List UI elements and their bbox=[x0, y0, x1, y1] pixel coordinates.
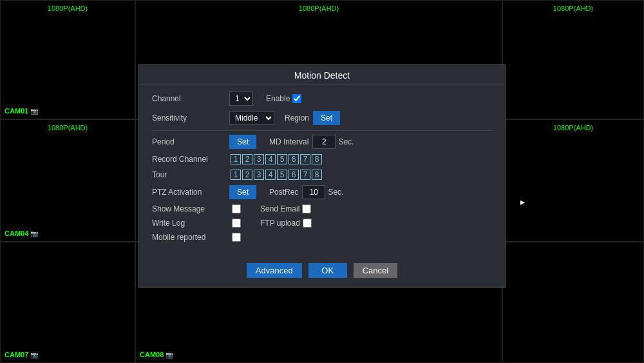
advanced-button[interactable]: Advanced bbox=[247, 263, 302, 278]
cam04-cell: 1080P(AHD) CAM04 📷 bbox=[0, 119, 135, 242]
mobile-reported-label: Mobile reported bbox=[152, 233, 229, 242]
tour-row: Tour 1 2 3 4 5 6 7 8 bbox=[152, 170, 492, 180]
sensitivity-select[interactable]: Middle Low High bbox=[229, 111, 274, 125]
record-channel-row: Record Channel 1 2 3 4 5 6 7 8 bbox=[152, 154, 492, 164]
cam07-label: CAM07 📷 bbox=[5, 351, 38, 358]
send-email-checkbox[interactable] bbox=[302, 204, 311, 213]
region-label: Region bbox=[285, 113, 309, 123]
channel-row: Channel 1 Enable bbox=[152, 92, 492, 106]
cam-right-bot-cell bbox=[502, 242, 644, 363]
mobile-reported-row: Mobile reported bbox=[152, 233, 492, 242]
postrec-input[interactable] bbox=[302, 185, 325, 199]
tour-num-2[interactable]: 2 bbox=[242, 170, 252, 180]
sensitivity-row: Sensitivity Middle Low High Region Set bbox=[152, 111, 492, 125]
rc-num-3[interactable]: 3 bbox=[254, 154, 264, 164]
write-log-checkbox[interactable] bbox=[232, 219, 241, 228]
record-channel-label: Record Channel bbox=[152, 155, 229, 164]
cam-right-top-cell: 1080P(AHD) bbox=[502, 0, 644, 119]
cam07-icon: 📷 bbox=[30, 351, 38, 358]
md-interval-label: MD Interval bbox=[269, 137, 308, 146]
modal-footer: Advanced OK Cancel bbox=[139, 257, 505, 287]
modal-title: Motion Detect bbox=[139, 65, 505, 85]
tour-num-1[interactable]: 1 bbox=[231, 170, 241, 180]
cam04-icon: 📷 bbox=[30, 230, 38, 237]
write-log-label: Write Log bbox=[152, 219, 229, 228]
cam01-label: CAM01 📷 bbox=[5, 107, 38, 115]
md-interval-input[interactable] bbox=[312, 135, 336, 149]
ptz-label: PTZ Activation bbox=[152, 188, 229, 197]
period-label: Period bbox=[152, 137, 229, 146]
md-sec-label: Sec. bbox=[338, 137, 354, 146]
rc-num-4[interactable]: 4 bbox=[265, 154, 276, 164]
mobile-reported-checkbox[interactable] bbox=[232, 233, 241, 242]
rc-num-1[interactable]: 1 bbox=[231, 154, 241, 164]
cam04-res: 1080P(AHD) bbox=[48, 124, 88, 132]
modal-body: Channel 1 Enable Sensitivity Middle Low … bbox=[139, 85, 505, 257]
tour-num-8[interactable]: 8 bbox=[312, 170, 322, 180]
record-channel-nums: 1 2 3 4 5 6 7 8 bbox=[231, 154, 322, 164]
ptz-set-button[interactable]: Set bbox=[229, 185, 256, 199]
period-set-button[interactable]: Set bbox=[229, 135, 256, 149]
channel-label: Channel bbox=[152, 94, 229, 103]
cam01-icon: 📷 bbox=[30, 108, 38, 115]
tour-num-4[interactable]: 4 bbox=[265, 170, 276, 180]
tour-num-6[interactable]: 6 bbox=[289, 170, 299, 180]
show-message-checkbox[interactable] bbox=[232, 204, 241, 213]
rc-num-7[interactable]: 7 bbox=[300, 154, 310, 164]
cam-right-mid-cell: 1080P(AHD) Kb:S 31 30 49 49 bbox=[502, 119, 644, 242]
rc-num-5[interactable]: 5 bbox=[277, 154, 287, 164]
postrec-label: PostRec bbox=[269, 188, 298, 197]
write-log-row: Write Log FTP upload bbox=[152, 219, 492, 228]
cam08-label: CAM08 📷 bbox=[140, 351, 173, 358]
cam-right-mid-res: 1080P(AHD) bbox=[553, 124, 593, 132]
cursor-indicator: ▸ bbox=[520, 197, 525, 207]
postrec-sec-label: Sec. bbox=[328, 188, 343, 197]
ok-button[interactable]: OK bbox=[308, 263, 347, 278]
sensitivity-label: Sensitivity bbox=[152, 113, 229, 123]
cam01-cell: 1080P(AHD) CAM01 📷 bbox=[0, 0, 135, 119]
show-message-label: Show Message bbox=[152, 204, 229, 213]
tour-nums: 1 2 3 4 5 6 7 8 bbox=[231, 170, 322, 180]
ptz-row: PTZ Activation Set PostRec Sec. bbox=[152, 185, 492, 199]
enable-checkbox[interactable] bbox=[292, 94, 301, 103]
rc-num-6[interactable]: 6 bbox=[289, 154, 299, 164]
ftp-upload-checkbox[interactable] bbox=[303, 219, 312, 228]
channel-select[interactable]: 1 bbox=[229, 92, 253, 106]
cam04-label: CAM04 📷 bbox=[5, 230, 38, 237]
motion-detect-modal: Motion Detect Channel 1 Enable Sensitivi… bbox=[138, 64, 506, 288]
divider-1 bbox=[152, 130, 492, 131]
rc-num-8[interactable]: 8 bbox=[312, 154, 322, 164]
region-set-button[interactable]: Set bbox=[313, 111, 340, 125]
show-message-row: Show Message Send Email bbox=[152, 204, 492, 213]
period-row: Period Set MD Interval Sec. bbox=[152, 135, 492, 149]
cam01-res: 1080P(AHD) bbox=[48, 5, 88, 12]
send-email-label: Send Email bbox=[260, 204, 299, 213]
ftp-upload-label: FTP upload bbox=[260, 219, 300, 228]
tour-num-5[interactable]: 5 bbox=[277, 170, 287, 180]
rc-num-2[interactable]: 2 bbox=[242, 154, 252, 164]
cam08-icon: 📷 bbox=[166, 351, 173, 358]
enable-label: Enable bbox=[266, 94, 290, 103]
tour-num-3[interactable]: 3 bbox=[254, 170, 264, 180]
tour-num-7[interactable]: 7 bbox=[300, 170, 310, 180]
cam07-cell: CAM07 📷 bbox=[0, 242, 135, 363]
cancel-button[interactable]: Cancel bbox=[354, 263, 397, 278]
cam-mid-top-res: 1080P(AHD) bbox=[299, 5, 339, 12]
tour-label: Tour bbox=[152, 170, 229, 179]
cam-right-top-res: 1080P(AHD) bbox=[553, 5, 593, 12]
